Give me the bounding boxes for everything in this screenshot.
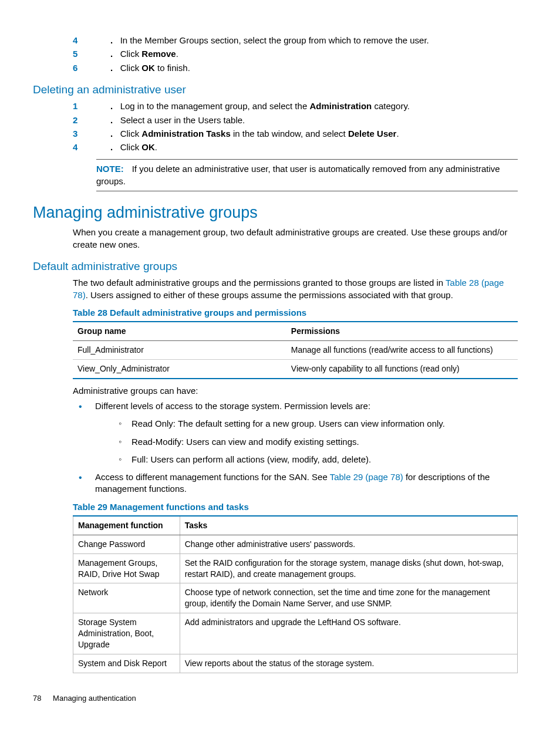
table-row: Change PasswordChange other administrati… [73,535,518,553]
list-item: Access to different management functions… [73,471,518,495]
del-step-3: 3. Click Administration Tasks in the tab… [96,128,518,140]
para-can-have: Administrative groups can have: [73,385,518,397]
table-row: Storage System Administration, Boot, Upg… [73,613,518,654]
table-28-caption: Table 28 Default administrative groups a… [73,307,518,319]
page-footer: 78 Managing authentication [33,693,518,704]
para-managing-intro: When you create a management group, two … [73,227,518,251]
step-6: 6. Click OK to finish. [96,62,518,74]
heading-default-admin-groups: Default administrative groups [33,259,518,274]
table-header-row: Management function Tasks [73,516,518,535]
list-item: Different levels of access to the storag… [73,400,518,465]
del-step-2: 2. Select a user in the Users table. [96,114,518,126]
list-item: Full: Users can perform all actions (vie… [115,454,518,465]
step-5: 5. Click Remove. [96,48,518,60]
member-groups-steps: 4. In the Member Groups section, select … [33,35,518,74]
step-4: 4. In the Member Groups section, select … [96,35,518,46]
table-row: View_Only_AdministratorView-only capabil… [73,360,518,379]
note-label: NOTE: [96,164,124,174]
footer-title: Managing authentication [53,694,136,703]
table-row: System and Disk ReportView reports about… [73,654,518,673]
heading-managing-admin-groups: Managing administrative groups [33,202,518,223]
permission-bullets: Different levels of access to the storag… [73,400,518,495]
table-row: Full_AdministratorManage all functions (… [73,341,518,360]
table-29: Management function Tasks Change Passwor… [73,515,518,673]
del-step-1: 1. Log in to the management group, and s… [96,100,518,112]
table-row: Management Groups, RAID, Drive Hot SwapS… [73,553,518,583]
page-number: 78 [33,694,41,703]
table-header-row: Group name Permissions [73,322,518,340]
note-block: NOTE:If you delete an administrative use… [96,159,518,191]
table-29-caption: Table 29 Management functions and tasks [73,501,518,513]
table-row: NetworkChoose type of network connection… [73,583,518,613]
list-item: Read Only: The default setting for a new… [115,418,518,430]
col-permissions: Permissions [286,322,518,340]
table-28: Group name Permissions Full_Administrato… [73,321,518,379]
permission-levels: Read Only: The default setting for a new… [115,418,518,465]
col-mgmt-function: Management function [73,516,180,535]
para-default-groups: The two default administrative groups an… [73,277,518,301]
note-body: If you delete an administrative user, th… [96,164,500,185]
link-table-29[interactable]: Table 29 (page 78) [330,472,403,482]
col-group-name: Group name [73,322,286,340]
del-step-4: 4. Click OK. [96,141,518,153]
list-item: Read-Modify: Users can view and modify e… [115,436,518,448]
heading-deleting-admin-user: Deleting an administrative user [33,82,518,97]
delete-user-steps: 1. Log in to the management group, and s… [33,100,518,153]
col-tasks: Tasks [180,516,517,535]
